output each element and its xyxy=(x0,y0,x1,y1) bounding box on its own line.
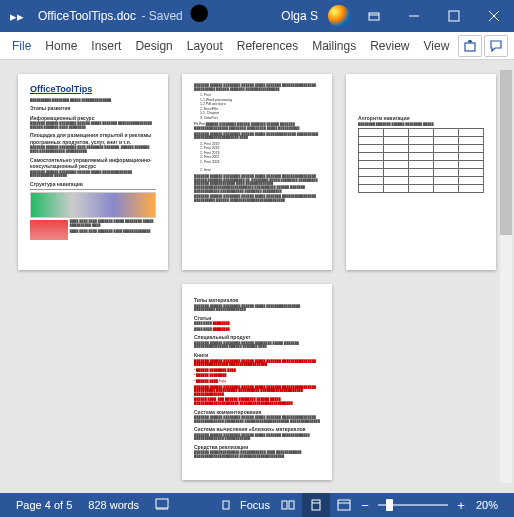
minimize-icon[interactable] xyxy=(394,0,434,32)
svg-rect-8 xyxy=(465,43,475,51)
read-mode-button[interactable] xyxy=(274,493,302,517)
menu-mailings[interactable]: Mailings xyxy=(306,35,362,57)
share-icon[interactable] xyxy=(458,35,482,57)
menu-home[interactable]: Home xyxy=(39,35,83,57)
more-commands-icon[interactable]: ▸▸ xyxy=(0,9,34,24)
print-layout-button[interactable] xyxy=(302,493,330,517)
menubar: File Home Insert Design Layout Reference… xyxy=(0,32,514,60)
svg-rect-2 xyxy=(369,13,379,20)
svg-rect-13 xyxy=(289,501,294,509)
zoom-level[interactable]: 20% xyxy=(468,499,506,511)
page-thumbnail-2[interactable]: ███████ ██████ ████████ ██████ █████ ███… xyxy=(182,74,332,270)
menu-view[interactable]: View xyxy=(418,35,456,57)
menu-design[interactable]: Design xyxy=(129,35,178,57)
svg-rect-12 xyxy=(282,501,287,509)
menu-layout[interactable]: Layout xyxy=(181,35,229,57)
page-thumbnail-1[interactable]: OfficeToolTips ██████████ ████████ █████… xyxy=(18,74,168,270)
svg-rect-9 xyxy=(156,499,168,508)
zoom-slider-handle[interactable] xyxy=(386,499,393,511)
maximize-icon[interactable] xyxy=(434,0,474,32)
page-thumbnail-4[interactable]: Типы материалов ███████ ██████ ████████ … xyxy=(182,284,332,480)
ribbon-display-icon[interactable] xyxy=(354,0,394,32)
svg-point-0 xyxy=(190,4,208,22)
scrollbar-thumb[interactable] xyxy=(500,70,512,235)
zoom-slider[interactable] xyxy=(378,504,448,506)
titlebar: ▸▸ OfficeToolTips.doc - Saved Olga S xyxy=(0,0,514,32)
page-indicator[interactable]: Page 4 of 5 xyxy=(8,499,80,511)
focus-mode-button[interactable] xyxy=(212,493,240,517)
focus-label[interactable]: Focus xyxy=(240,499,274,511)
user-name[interactable]: Olga S xyxy=(275,9,324,23)
menu-insert[interactable]: Insert xyxy=(85,35,127,57)
menu-file[interactable]: File xyxy=(6,35,37,57)
statusbar: Page 4 of 5 828 words Focus − + 20% xyxy=(0,493,514,517)
svg-rect-11 xyxy=(223,501,229,509)
navigation-table xyxy=(358,128,484,193)
close-icon[interactable] xyxy=(474,0,514,32)
zoom-in-button[interactable]: + xyxy=(454,498,468,513)
menu-review[interactable]: Review xyxy=(364,35,415,57)
vertical-scrollbar[interactable] xyxy=(500,70,512,483)
avatar[interactable] xyxy=(328,5,350,27)
word-count[interactable]: 828 words xyxy=(80,499,147,511)
svg-line-1 xyxy=(206,20,213,27)
svg-rect-5 xyxy=(449,11,459,21)
search-icon[interactable] xyxy=(187,1,215,32)
document-title: OfficeToolTips.doc - Saved xyxy=(34,9,187,23)
document-canvas[interactable]: OfficeToolTips ██████████ ████████ █████… xyxy=(0,60,514,493)
language-icon[interactable] xyxy=(147,498,177,512)
svg-rect-16 xyxy=(338,500,350,510)
comments-icon[interactable] xyxy=(484,35,508,57)
web-layout-button[interactable] xyxy=(330,493,358,517)
page-thumbnail-3[interactable]: Алгоритм навигации ████████ ███████ ████… xyxy=(346,74,496,270)
svg-rect-14 xyxy=(312,500,320,510)
zoom-out-button[interactable]: − xyxy=(358,498,372,513)
menu-references[interactable]: References xyxy=(231,35,304,57)
